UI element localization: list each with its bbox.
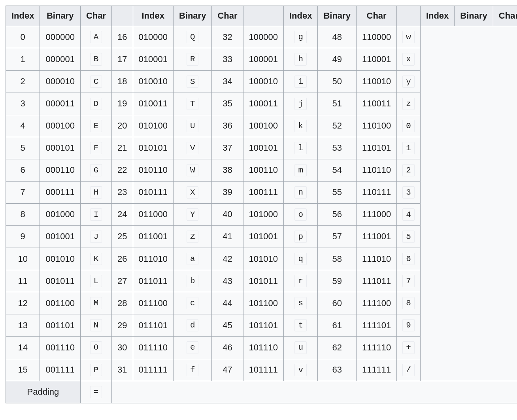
cell-binary: 110110 (356, 159, 396, 181)
cell-binary: 101111 (243, 359, 283, 381)
table-row: 6000110G22010110W38100110m541101102 (6, 159, 517, 181)
cell-binary: 010100 (133, 115, 173, 137)
cell-char: A (80, 26, 111, 48)
cell-char: j (283, 93, 317, 115)
cell-index: 6 (6, 159, 40, 181)
cell-binary: 000110 (40, 159, 80, 181)
cell-char: 4 (397, 204, 421, 226)
table-row: 5000101F21010101V37100101l531101011 (6, 137, 517, 159)
cell-binary: 101110 (243, 337, 283, 359)
cell-char: W (173, 159, 211, 181)
cell-index: 45 (212, 314, 243, 337)
char-value: c (187, 297, 199, 309)
cell-binary: 100000 (243, 26, 283, 48)
cell-binary: 101101 (243, 314, 283, 337)
cell-index: 12 (6, 292, 40, 314)
cell-index: 48 (318, 26, 356, 48)
cell-char: i (283, 70, 317, 93)
column-header-index: Index (420, 6, 454, 26)
char-value: F (90, 142, 102, 154)
column-header-binary: Binary (455, 6, 493, 26)
cell-binary: 111010 (356, 248, 396, 270)
table-row: 4000100E20010100U36100100k521101000 (6, 115, 517, 137)
table-row: 12001100M28011100c44101100s601111008 (6, 292, 517, 314)
cell-char: R (173, 48, 211, 70)
cell-index: 39 (212, 181, 243, 203)
cell-index: 41 (212, 226, 243, 248)
cell-char: z (397, 93, 421, 115)
cell-binary: 010000 (133, 26, 173, 48)
cell-binary: 101011 (243, 270, 283, 292)
cell-index: 63 (318, 359, 356, 381)
cell-char: J (80, 226, 111, 248)
char-value: E (90, 120, 102, 132)
column-header-index: Index (283, 6, 317, 26)
table-row: 13001101N29011101d45101101t611111019 (6, 314, 517, 337)
char-value: e (187, 341, 199, 354)
cell-binary: 001101 (40, 314, 80, 337)
char-value: M (90, 297, 102, 309)
char-value: N (90, 319, 102, 331)
cell-binary: 101100 (243, 292, 283, 314)
char-value: n (294, 186, 307, 199)
cell-binary: 001110 (40, 337, 80, 359)
column-gap (243, 6, 283, 26)
cell-char: K (80, 248, 111, 270)
cell-binary: 011000 (133, 204, 173, 226)
cell-char: F (80, 137, 111, 159)
cell-binary: 000000 (40, 26, 80, 48)
cell-char: w (397, 26, 421, 48)
char-value: f (187, 364, 199, 376)
cell-index: 21 (112, 137, 133, 159)
cell-index: 19 (112, 93, 133, 115)
cell-char: g (283, 26, 317, 48)
cell-char: n (283, 181, 317, 203)
char-value: X (187, 186, 199, 199)
cell-binary: 000001 (40, 48, 80, 70)
char-value: p (294, 231, 307, 243)
cell-index: 57 (318, 226, 356, 248)
cell-index: 37 (212, 137, 243, 159)
table-row: 1000001B17010001R33100001h49110001x (6, 48, 517, 70)
cell-binary: 001011 (40, 270, 80, 292)
column-header-binary: Binary (173, 6, 211, 26)
char-value: + (402, 341, 415, 354)
cell-index: 27 (112, 270, 133, 292)
char-value: / (402, 364, 415, 376)
cell-char: D (80, 93, 111, 115)
table-row: 11001011L27011011b43101011r591110117 (6, 270, 517, 292)
cell-index: 54 (318, 159, 356, 181)
cell-binary: 010011 (133, 93, 173, 115)
cell-index: 18 (112, 70, 133, 93)
cell-binary: 110010 (356, 70, 396, 93)
char-value: w (402, 31, 415, 43)
char-value: 2 (402, 164, 415, 176)
cell-char: Q (173, 26, 211, 48)
table-row: 15001111P31011111f47101111v63111111/ (6, 359, 517, 381)
cell-index: 22 (112, 159, 133, 181)
cell-binary: 000101 (40, 137, 80, 159)
char-value: O (90, 341, 102, 354)
char-value: r (294, 275, 307, 287)
cell-index: 5 (6, 137, 40, 159)
cell-binary: 111000 (356, 204, 396, 226)
cell-char: G (80, 159, 111, 181)
char-value: 8 (402, 297, 415, 309)
char-value: R (187, 53, 199, 65)
char-value: 1 (402, 142, 415, 154)
cell-index: 60 (318, 292, 356, 314)
cell-binary: 010101 (133, 137, 173, 159)
cell-binary: 100010 (243, 70, 283, 93)
cell-binary: 110100 (356, 115, 396, 137)
cell-index: 53 (318, 137, 356, 159)
padding-char: = (90, 386, 102, 398)
table-row: 10001010K26011010a42101010q581110106 (6, 248, 517, 270)
cell-index: 11 (6, 270, 40, 292)
char-value: 0 (402, 120, 415, 132)
char-value: C (90, 76, 102, 88)
char-value: P (90, 364, 102, 376)
cell-index: 59 (318, 270, 356, 292)
cell-char: Y (173, 204, 211, 226)
cell-char: H (80, 181, 111, 203)
cell-binary: 111100 (356, 292, 396, 314)
